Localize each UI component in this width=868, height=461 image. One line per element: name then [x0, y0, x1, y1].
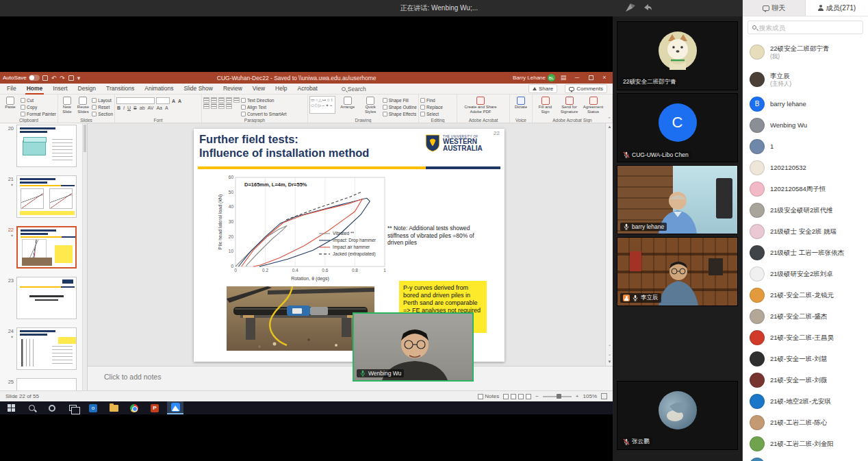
slide-thumbnail-21[interactable]: [16, 175, 77, 218]
replace-button[interactable]: Replace: [420, 104, 443, 110]
member-row[interactable]: 21硕-安全二班-王昌昊: [743, 327, 868, 348]
shape-effects-button[interactable]: Shape Effects: [383, 111, 417, 117]
video-tile[interactable]: barry lehane: [617, 165, 738, 234]
align-text-button[interactable]: Align Text: [241, 104, 286, 110]
return-arrow-icon[interactable]: [642, 2, 653, 13]
font-style-a-button[interactable]: A: [164, 105, 169, 110]
video-tile[interactable]: 22硕安全二班邵宁青: [617, 21, 738, 90]
list-format-icon[interactable]: [218, 97, 225, 103]
member-search[interactable]: [748, 21, 863, 34]
dictate-button[interactable]: Dictate: [511, 96, 531, 110]
slide-sorter-view-icon[interactable]: [511, 394, 516, 399]
align-text-icon[interactable]: [211, 103, 217, 109]
reading-view-icon[interactable]: [518, 394, 524, 399]
arrange-button[interactable]: Arrange: [337, 96, 358, 110]
ribbon-tab-transitions[interactable]: Transitions: [105, 84, 136, 95]
taskbar-start-icon[interactable]: [3, 401, 19, 414]
member-row[interactable]: 李立辰(主持人): [743, 66, 868, 93]
create-and-share-adobe-pdf-button[interactable]: Create and Share Adobe PDF: [459, 96, 502, 114]
reset-button[interactable]: Reset: [92, 104, 113, 110]
ribbon-tab-review[interactable]: Review: [222, 84, 244, 95]
taskbar-search-icon[interactable]: [23, 401, 40, 414]
member-row[interactable]: 21级安全硕研2班代维: [743, 199, 868, 221]
thumbnail-scrollbar[interactable]: [82, 123, 87, 390]
autosave-toggle[interactable]: AutoSave: [3, 75, 40, 81]
comments-button[interactable]: Comments: [565, 84, 607, 93]
format-painter-button[interactable]: Format Painter: [21, 111, 56, 117]
present-icon[interactable]: [68, 75, 74, 81]
video-tile[interactable]: Wenbing Wu: [353, 312, 474, 382]
restore-button[interactable]: [585, 72, 596, 84]
undo-icon[interactable]: ↶: [51, 75, 57, 82]
qat-dropdown-icon[interactable]: ▾: [77, 75, 81, 82]
tab-members[interactable]: 成员(271): [806, 0, 868, 16]
ribbon-tab-design[interactable]: Design: [77, 84, 97, 95]
slide-thumbnail-24[interactable]: [16, 327, 77, 370]
section-button[interactable]: Section: [92, 111, 113, 117]
member-row[interactable]: 21级硕士 工岩一班张依杰: [743, 242, 868, 263]
align-text-icon[interactable]: [218, 103, 225, 109]
shape-outline-button[interactable]: Shape Outline: [383, 104, 417, 110]
slide-thumbnail-23[interactable]: [16, 277, 77, 319]
member-row[interactable]: 21硕-地空2班-尤安琪: [743, 390, 868, 412]
save-icon[interactable]: [42, 75, 48, 81]
reuse-slides-button[interactable]: Reuse Slides: [76, 96, 91, 114]
paste-button[interactable]: Paste: [1, 96, 19, 110]
quick-styles-button[interactable]: Quick Styles: [359, 96, 381, 114]
font-style-u-button[interactable]: U: [127, 105, 131, 110]
list-format-icon[interactable]: [211, 97, 217, 103]
member-search-input[interactable]: [759, 24, 848, 32]
member-row[interactable]: 21硕-工岩二班-邵慰慰: [743, 454, 868, 461]
copy-button[interactable]: Copy: [21, 104, 56, 110]
text-direction-button[interactable]: Text Direction: [241, 97, 286, 103]
taskbar-cortana-icon[interactable]: [44, 401, 60, 414]
member-row[interactable]: 21硕-安全二班-龙镜元: [743, 284, 868, 306]
grow-font-icon[interactable]: A: [171, 99, 176, 103]
video-tile[interactable]: 张云鹏: [617, 381, 738, 450]
select-button[interactable]: Select: [420, 111, 443, 117]
member-row[interactable]: 21硕-工岩二班-陈心: [743, 412, 868, 433]
taskbar-meeting-icon[interactable]: [167, 401, 183, 414]
ribbon-tab-view[interactable]: View: [251, 84, 266, 95]
send-for-signature-button[interactable]: Send for Signature: [558, 96, 580, 114]
video-tile[interactable]: CCUG-UWA-Libo Chen: [617, 93, 738, 162]
align-text-icon[interactable]: [226, 103, 232, 109]
canvas-scrollbar[interactable]: ▲ ⌃ ⌄ ▼: [605, 123, 613, 366]
share-button[interactable]: Share: [528, 84, 557, 93]
normal-view-icon[interactable]: [503, 394, 509, 399]
ribbon-tab-slide-show[interactable]: Slide Show: [182, 84, 214, 95]
fill-and-sign-button[interactable]: Fill and Sign: [534, 96, 557, 114]
layout-button[interactable]: Layout: [92, 97, 113, 103]
member-row[interactable]: 22硕安全二班邵宁青(我): [743, 38, 868, 66]
ribbon-tab-acrobat[interactable]: Acrobat: [296, 84, 319, 95]
ribbon-tab-file[interactable]: File: [5, 84, 18, 95]
font-style-b-button[interactable]: B: [116, 105, 121, 110]
notes-toggle-button[interactable]: Notes: [478, 393, 499, 399]
font-style-ab-button[interactable]: ab: [139, 105, 146, 110]
ribbon-tab-insert[interactable]: Insert: [51, 84, 68, 95]
member-row[interactable]: 1202120532: [743, 157, 868, 178]
search-box[interactable]: Search: [342, 86, 366, 92]
slide-thumbnail-25[interactable]: [16, 378, 77, 390]
video-tile[interactable]: 李立辰: [617, 237, 738, 306]
new-slide-button[interactable]: New Slide: [60, 96, 75, 114]
minimize-button[interactable]: ─: [572, 72, 583, 84]
slide-thumbnail-22[interactable]: [16, 226, 77, 269]
font-style-s-button[interactable]: S: [133, 105, 138, 110]
font-style-i-button[interactable]: I: [123, 105, 125, 110]
tab-chat[interactable]: 聊天: [743, 0, 806, 16]
member-row[interactable]: 21级硕士 安全2班 姚瑞: [743, 221, 868, 242]
redo-icon[interactable]: ↷: [60, 75, 65, 82]
shapes-gallery[interactable]: ▭○△↦☆⌇ ⬭⬯▷⌢✦⌁: [309, 96, 335, 114]
zoom-out-icon[interactable]: −: [535, 393, 539, 399]
member-row[interactable]: 21硕-安全一班-刘慧: [743, 348, 868, 369]
shape-fill-button[interactable]: Shape Fill: [383, 97, 417, 103]
taskbar-powerpoint-icon[interactable]: P: [146, 401, 163, 414]
fit-to-window-icon[interactable]: [601, 393, 607, 399]
find-button[interactable]: Find: [420, 97, 443, 103]
taskbar-explorer-icon[interactable]: [105, 401, 122, 414]
ribbon-tab-animations[interactable]: Animations: [143, 84, 175, 95]
font-style-av-button[interactable]: AV: [147, 105, 155, 110]
list-format-icon[interactable]: [203, 97, 209, 103]
zoom-in-icon[interactable]: +: [576, 393, 579, 399]
